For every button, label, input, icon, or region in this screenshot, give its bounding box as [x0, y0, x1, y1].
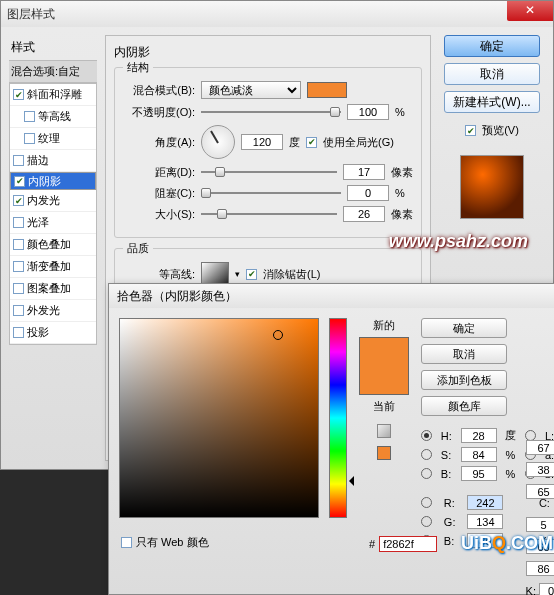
- structure-group: 结构 混合模式(B): 颜色减淡 不透明度(O): % 角度(A): 度: [114, 67, 422, 238]
- global-light-checkbox[interactable]: [306, 137, 317, 148]
- current-label: 当前: [373, 399, 395, 414]
- color-lib-button[interactable]: 颜色库: [421, 396, 507, 416]
- checkbox[interactable]: [13, 327, 24, 338]
- unit: 像素: [391, 207, 413, 222]
- distance-label: 距离(D):: [123, 165, 195, 180]
- checkbox[interactable]: [13, 283, 24, 294]
- web-only-checkbox[interactable]: [121, 537, 132, 548]
- section-title: 内阴影: [114, 44, 422, 61]
- bb-input[interactable]: [526, 484, 554, 499]
- a-input[interactable]: [526, 462, 554, 477]
- cancel-button[interactable]: 取消: [421, 344, 507, 364]
- distance-input[interactable]: [343, 164, 385, 180]
- radio-b[interactable]: [421, 468, 432, 479]
- add-swatch-button[interactable]: 添加到色板: [421, 370, 507, 390]
- color-field[interactable]: [119, 318, 319, 518]
- checkbox[interactable]: [24, 111, 35, 122]
- style-inner-glow[interactable]: 内发光: [10, 190, 96, 212]
- hex-row: #: [369, 536, 437, 552]
- watermark-2: UiBQ.COM: [461, 533, 553, 554]
- distance-slider[interactable]: [201, 165, 337, 179]
- websafe-swatch[interactable]: [377, 446, 391, 460]
- unit: %: [395, 187, 405, 199]
- style-bevel[interactable]: 斜面和浮雕: [10, 84, 96, 106]
- cancel-button[interactable]: 取消: [444, 63, 540, 85]
- r-input[interactable]: [467, 495, 503, 510]
- style-gradient-overlay[interactable]: 渐变叠加: [10, 256, 96, 278]
- size-slider[interactable]: [201, 207, 337, 221]
- style-satin[interactable]: 光泽: [10, 212, 96, 234]
- color-swatch[interactable]: [307, 82, 347, 98]
- l-input[interactable]: [526, 440, 554, 455]
- radio-s[interactable]: [421, 449, 432, 460]
- web-only-row: 只有 Web 颜色: [121, 535, 209, 550]
- style-inner-shadow[interactable]: 内阴影: [10, 172, 96, 190]
- style-contour[interactable]: 等高线: [10, 106, 96, 128]
- global-light-label: 使用全局光(G): [323, 135, 394, 150]
- b-input[interactable]: [461, 466, 497, 481]
- size-label: 大小(S):: [123, 207, 195, 222]
- angle-dial[interactable]: [201, 125, 235, 159]
- choke-label: 阻塞(C):: [123, 186, 195, 201]
- style-texture[interactable]: 纹理: [10, 128, 96, 150]
- hue-slider[interactable]: [329, 318, 347, 518]
- ok-button[interactable]: 确定: [444, 35, 540, 57]
- checkbox[interactable]: [13, 155, 24, 166]
- color-preview-column: 新的 当前: [357, 318, 411, 548]
- color-marker[interactable]: [273, 330, 283, 340]
- antialias-checkbox[interactable]: [246, 269, 257, 280]
- hex-input[interactable]: [379, 536, 437, 552]
- antialias-label: 消除锯齿(L): [263, 267, 320, 282]
- watermark: www.psahz.com: [389, 231, 528, 252]
- style-pattern-overlay[interactable]: 图案叠加: [10, 278, 96, 300]
- checkbox[interactable]: [13, 195, 24, 206]
- contour-label: 等高线:: [123, 267, 195, 282]
- group-label: 结构: [123, 60, 153, 75]
- choke-slider[interactable]: [201, 186, 341, 200]
- dropdown-icon[interactable]: ▾: [235, 269, 240, 279]
- size-input[interactable]: [343, 206, 385, 222]
- opacity-input[interactable]: [347, 104, 389, 120]
- s-input[interactable]: [461, 447, 497, 462]
- angle-input[interactable]: [241, 134, 283, 150]
- style-color-overlay[interactable]: 颜色叠加: [10, 234, 96, 256]
- dialog-title: 拾色器（内阴影颜色）: [117, 289, 237, 303]
- checkbox[interactable]: [13, 239, 24, 250]
- checkbox[interactable]: [13, 305, 24, 316]
- new-style-button[interactable]: 新建样式(W)...: [444, 91, 540, 113]
- titlebar[interactable]: 图层样式 ✕: [1, 1, 553, 27]
- opacity-slider[interactable]: [201, 105, 341, 119]
- blend-options-row[interactable]: 混合选项:自定: [9, 61, 97, 83]
- radio-r[interactable]: [421, 497, 432, 508]
- new-current-swatch[interactable]: [359, 337, 409, 395]
- checkbox[interactable]: [24, 133, 35, 144]
- style-drop-shadow[interactable]: 投影: [10, 322, 96, 344]
- choke-input[interactable]: [347, 185, 389, 201]
- c-input[interactable]: [526, 517, 554, 532]
- blend-mode-select[interactable]: 颜色减淡: [201, 81, 301, 99]
- style-stroke[interactable]: 描边: [10, 150, 96, 172]
- close-button[interactable]: ✕: [507, 1, 553, 21]
- h-input[interactable]: [461, 428, 497, 443]
- angle-label: 角度(A):: [123, 135, 195, 150]
- preview-label: 预览(V): [482, 123, 519, 138]
- radio-h[interactable]: [421, 430, 432, 441]
- cube-icon[interactable]: [377, 424, 391, 438]
- unit: 度: [289, 135, 300, 150]
- checkbox[interactable]: [14, 176, 25, 187]
- hue-indicator[interactable]: [344, 476, 354, 486]
- y-input[interactable]: [526, 561, 554, 576]
- g-input[interactable]: [467, 514, 503, 529]
- checkbox[interactable]: [13, 89, 24, 100]
- checkbox[interactable]: [13, 217, 24, 228]
- k-input[interactable]: [539, 583, 554, 595]
- titlebar[interactable]: 拾色器（内阴影颜色）: [109, 284, 554, 308]
- style-outer-glow[interactable]: 外发光: [10, 300, 96, 322]
- ok-button[interactable]: 确定: [421, 318, 507, 338]
- radio-g[interactable]: [421, 516, 432, 527]
- blend-mode-label: 混合模式(B):: [123, 83, 195, 98]
- checkbox[interactable]: [13, 261, 24, 272]
- preview-checkbox[interactable]: [465, 125, 476, 136]
- web-only-label: 只有 Web 颜色: [136, 535, 209, 550]
- style-list: 斜面和浮雕 等高线 纹理 描边 内阴影 内发光 光泽 颜色叠加 渐变叠加 图案叠…: [9, 83, 97, 345]
